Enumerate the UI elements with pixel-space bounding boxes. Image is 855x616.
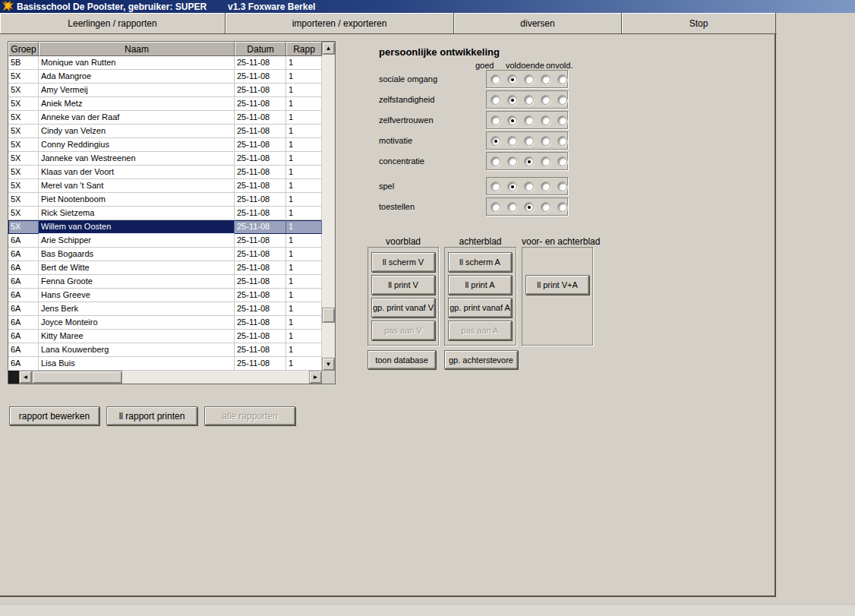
cell[interactable]: 6A (8, 234, 39, 248)
table-row[interactable]: 5XJanneke van Westreenen25-11-081 (8, 152, 322, 166)
cell[interactable]: 1 (286, 138, 322, 152)
radio-option[interactable] (557, 156, 567, 166)
radio-option[interactable] (557, 95, 567, 105)
cell[interactable]: 1 (286, 125, 322, 138)
table-row[interactable]: 5XAda Mangroe25-11-081 (8, 70, 322, 84)
radio-option[interactable] (491, 115, 500, 125)
radio-option[interactable] (557, 182, 567, 191)
cell[interactable]: Merel van 't Sant (39, 179, 235, 193)
radio-option[interactable] (491, 95, 500, 105)
scroll-down-button[interactable]: ▼ (322, 358, 335, 371)
table-row[interactable]: 5XKlaas van der Voort25-11-081 (8, 166, 322, 179)
cell[interactable]: 5X (8, 193, 39, 207)
cell[interactable]: 6A (8, 330, 39, 343)
radio-option[interactable] (491, 182, 500, 191)
tab-importeren-exporteren[interactable]: importeren / exporteren (226, 13, 454, 33)
cell[interactable]: 25-11-08 (235, 70, 286, 84)
cell[interactable]: Lisa Buis (39, 357, 235, 371)
cell[interactable]: 1 (286, 289, 322, 302)
cell[interactable]: 1 (286, 111, 322, 125)
cell[interactable]: 6A (8, 316, 39, 330)
cell[interactable]: 25-11-08 (235, 330, 286, 343)
table-row[interactable]: 6ALana Kouwenberg25-11-081 (8, 343, 322, 357)
cell[interactable]: Klaas van der Voort (39, 166, 235, 179)
table-row[interactable]: 5BMonique van Rutten25-11-081 (8, 56, 322, 70)
radio-option[interactable] (524, 202, 534, 212)
cell[interactable]: 5B (8, 56, 39, 70)
cell[interactable]: Janneke van Westreenen (39, 152, 235, 166)
scroll-left-button[interactable]: ◄ (19, 371, 32, 384)
table-row[interactable]: 6AJoyce Monteiro25-11-081 (8, 316, 322, 330)
cell[interactable]: 5X (8, 179, 39, 193)
radio-option[interactable] (524, 74, 534, 84)
cell[interactable]: 25-11-08 (235, 220, 286, 234)
radio-option[interactable] (524, 115, 534, 125)
cell[interactable]: 25-11-08 (235, 166, 286, 179)
button-gp-print-vanaf-v[interactable]: gp. print vanaf V (371, 298, 435, 317)
radio-option[interactable] (557, 202, 567, 212)
radio-option[interactable] (507, 156, 517, 166)
radio-option[interactable] (507, 95, 517, 105)
cell[interactable]: 25-11-08 (235, 357, 286, 371)
cell[interactable]: 5X (8, 138, 39, 152)
cell[interactable]: 1 (286, 193, 322, 207)
table-row[interactable]: 5XAniek Metz25-11-081 (8, 97, 322, 111)
cell[interactable]: 1 (286, 275, 322, 289)
cell[interactable]: 6A (8, 343, 39, 357)
radio-option[interactable] (491, 202, 500, 212)
tab-stop[interactable]: Stop (622, 13, 776, 33)
table-row[interactable]: 5XPiet Nootenboom25-11-081 (8, 193, 322, 207)
table-row[interactable]: 6ABert de Witte25-11-081 (8, 261, 322, 275)
cell[interactable]: 25-11-08 (235, 152, 286, 166)
radio-option[interactable] (491, 156, 500, 166)
cell[interactable]: Amy Vermeij (39, 84, 235, 97)
radio-option[interactable] (507, 202, 517, 212)
button-ll-print-v-a[interactable]: ll print V+A (525, 275, 589, 295)
cell[interactable]: 25-11-08 (235, 302, 286, 316)
scroll-up-button[interactable]: ▲ (322, 42, 335, 55)
cell[interactable]: 1 (286, 97, 322, 111)
radio-option[interactable] (557, 115, 567, 125)
table-row[interactable]: 5XConny Reddingius25-11-081 (8, 138, 322, 152)
cell[interactable]: 1 (286, 330, 322, 343)
cell[interactable]: 1 (286, 70, 322, 84)
cell[interactable]: Monique van Rutten (39, 56, 235, 70)
cell[interactable]: 25-11-08 (235, 97, 286, 111)
cell[interactable]: 5X (8, 152, 39, 166)
radio-option[interactable] (507, 74, 517, 84)
button-ll-print-a[interactable]: ll print A (448, 275, 512, 295)
cell[interactable]: Jens Berk (39, 302, 235, 316)
table-row[interactable]: 5XWillem van Oosten25-11-081 (8, 220, 322, 234)
radio-option[interactable] (524, 136, 534, 146)
cell[interactable]: 1 (286, 357, 322, 371)
cell[interactable]: Ada Mangroe (39, 70, 235, 84)
radio-option[interactable] (524, 182, 534, 191)
tab-leerlingen-rapporten[interactable]: Leerlingen / rapporten (0, 13, 226, 33)
cell[interactable]: Piet Nootenboom (39, 193, 235, 207)
cell[interactable]: 1 (286, 302, 322, 316)
cell[interactable]: 1 (286, 84, 322, 97)
table-row[interactable]: 5XAnneke van der Raaf25-11-081 (8, 111, 322, 125)
cell[interactable]: 5X (8, 125, 39, 138)
cell[interactable]: 6A (8, 302, 39, 316)
horizontal-scroll-thumb[interactable] (32, 371, 122, 384)
cell[interactable]: 25-11-08 (235, 261, 286, 275)
cell[interactable]: Aniek Metz (39, 97, 235, 111)
cell[interactable]: 6A (8, 289, 39, 302)
cell[interactable]: Conny Reddingius (39, 138, 235, 152)
cell[interactable]: 5X (8, 166, 39, 179)
cell[interactable]: Anneke van der Raaf (39, 111, 235, 125)
radio-option[interactable] (491, 74, 500, 84)
cell[interactable]: 6A (8, 248, 39, 261)
cell[interactable]: Rick Sietzema (39, 207, 235, 220)
cell[interactable]: Cindy van Velzen (39, 125, 235, 138)
cell[interactable]: 25-11-08 (235, 289, 286, 302)
cell[interactable]: 5X (8, 84, 39, 97)
table-row[interactable]: 6AKitty Maree25-11-081 (8, 330, 322, 343)
cell[interactable]: 5X (8, 97, 39, 111)
button-ll-print-v[interactable]: ll print V (371, 275, 435, 295)
vertical-scrollbar[interactable]: ▲ ▼ (322, 42, 335, 371)
tab-diversen[interactable]: diversen (454, 13, 622, 33)
table-row[interactable]: 6ABas Bogaards25-11-081 (8, 248, 322, 261)
cell[interactable]: 5X (8, 70, 39, 84)
